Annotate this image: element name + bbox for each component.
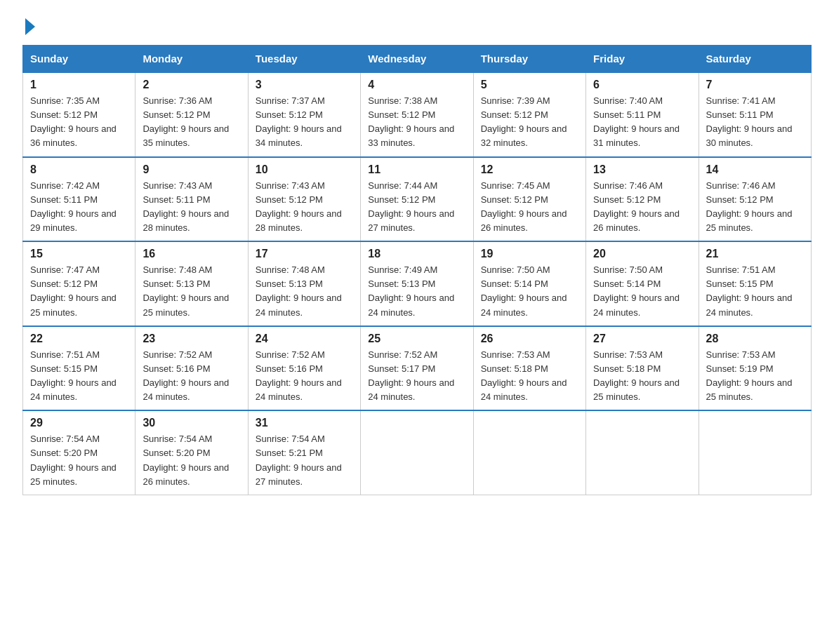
calendar-day-cell: 27Sunrise: 7:53 AMSunset: 5:18 PMDayligh…: [586, 326, 699, 411]
day-info: Sunrise: 7:36 AMSunset: 5:12 PMDaylight:…: [143, 94, 240, 151]
weekday-header-sunday: Sunday: [23, 46, 135, 73]
calendar-day-cell: 19Sunrise: 7:50 AMSunset: 5:14 PMDayligh…: [473, 241, 585, 326]
day-number: 22: [30, 333, 128, 345]
day-number: 26: [481, 333, 578, 345]
day-number: 1: [30, 79, 128, 91]
calendar-day-cell: 18Sunrise: 7:49 AMSunset: 5:13 PMDayligh…: [361, 241, 473, 326]
day-info: Sunrise: 7:53 AMSunset: 5:19 PMDaylight:…: [706, 348, 804, 405]
calendar-day-cell: 5Sunrise: 7:39 AMSunset: 5:12 PMDaylight…: [473, 72, 585, 157]
day-number: 5: [481, 79, 578, 91]
day-info: Sunrise: 7:51 AMSunset: 5:15 PMDaylight:…: [30, 348, 128, 405]
calendar-day-cell: [699, 410, 811, 495]
day-number: 6: [593, 79, 691, 91]
calendar-day-cell: 21Sunrise: 7:51 AMSunset: 5:15 PMDayligh…: [699, 241, 811, 326]
weekday-header-tuesday: Tuesday: [248, 46, 360, 73]
day-info: Sunrise: 7:54 AMSunset: 5:21 PMDaylight:…: [256, 432, 353, 489]
calendar-day-cell: 7Sunrise: 7:41 AMSunset: 5:11 PMDaylight…: [699, 72, 811, 157]
calendar-day-cell: 22Sunrise: 7:51 AMSunset: 5:15 PMDayligh…: [23, 326, 135, 411]
day-info: Sunrise: 7:49 AMSunset: 5:13 PMDaylight:…: [368, 263, 465, 320]
day-number: 23: [143, 333, 240, 345]
weekday-header-wednesday: Wednesday: [361, 46, 473, 73]
day-number: 10: [256, 163, 353, 176]
day-number: 29: [30, 417, 128, 429]
day-number: 28: [706, 333, 804, 345]
day-number: 3: [256, 79, 353, 91]
calendar-day-cell: 30Sunrise: 7:54 AMSunset: 5:20 PMDayligh…: [135, 410, 248, 495]
calendar-week-row: 29Sunrise: 7:54 AMSunset: 5:20 PMDayligh…: [23, 410, 812, 495]
calendar-day-cell: [586, 410, 699, 495]
day-number: 9: [143, 163, 240, 176]
day-number: 15: [30, 248, 128, 260]
calendar-day-cell: 15Sunrise: 7:47 AMSunset: 5:12 PMDayligh…: [23, 241, 135, 326]
calendar-day-cell: [361, 410, 473, 495]
calendar-day-cell: 26Sunrise: 7:53 AMSunset: 5:18 PMDayligh…: [473, 326, 585, 411]
day-number: 30: [143, 417, 240, 429]
calendar-day-cell: 23Sunrise: 7:52 AMSunset: 5:16 PMDayligh…: [135, 326, 248, 411]
calendar-day-cell: 4Sunrise: 7:38 AMSunset: 5:12 PMDaylight…: [361, 72, 473, 157]
calendar-day-cell: 9Sunrise: 7:43 AMSunset: 5:11 PMDaylight…: [135, 157, 248, 242]
day-info: Sunrise: 7:35 AMSunset: 5:12 PMDaylight:…: [30, 94, 128, 151]
weekday-header-saturday: Saturday: [699, 46, 811, 73]
day-info: Sunrise: 7:52 AMSunset: 5:16 PMDaylight:…: [256, 348, 353, 405]
calendar-day-cell: 10Sunrise: 7:43 AMSunset: 5:12 PMDayligh…: [248, 157, 360, 242]
day-info: Sunrise: 7:45 AMSunset: 5:12 PMDaylight:…: [481, 179, 578, 236]
day-info: Sunrise: 7:39 AMSunset: 5:12 PMDaylight:…: [481, 94, 578, 151]
calendar-day-cell: 8Sunrise: 7:42 AMSunset: 5:11 PMDaylight…: [23, 157, 135, 242]
calendar-day-cell: [473, 410, 585, 495]
calendar-day-cell: 25Sunrise: 7:52 AMSunset: 5:17 PMDayligh…: [361, 326, 473, 411]
day-info: Sunrise: 7:41 AMSunset: 5:11 PMDaylight:…: [706, 94, 804, 151]
day-number: 11: [368, 163, 465, 176]
weekday-header-thursday: Thursday: [473, 46, 585, 73]
day-number: 17: [256, 248, 353, 260]
day-number: 19: [481, 248, 578, 260]
day-info: Sunrise: 7:48 AMSunset: 5:13 PMDaylight:…: [143, 263, 240, 320]
day-info: Sunrise: 7:44 AMSunset: 5:12 PMDaylight:…: [368, 179, 465, 236]
calendar-day-cell: 6Sunrise: 7:40 AMSunset: 5:11 PMDaylight…: [586, 72, 699, 157]
calendar-day-cell: 28Sunrise: 7:53 AMSunset: 5:19 PMDayligh…: [699, 326, 811, 411]
day-info: Sunrise: 7:53 AMSunset: 5:18 PMDaylight:…: [481, 348, 578, 405]
calendar-day-cell: 12Sunrise: 7:45 AMSunset: 5:12 PMDayligh…: [473, 157, 585, 242]
calendar-week-row: 8Sunrise: 7:42 AMSunset: 5:11 PMDaylight…: [23, 157, 812, 242]
day-number: 21: [706, 248, 804, 260]
calendar-day-cell: 13Sunrise: 7:46 AMSunset: 5:12 PMDayligh…: [586, 157, 699, 242]
day-number: 2: [143, 79, 240, 91]
day-info: Sunrise: 7:52 AMSunset: 5:17 PMDaylight:…: [368, 348, 465, 405]
day-info: Sunrise: 7:46 AMSunset: 5:12 PMDaylight:…: [593, 179, 691, 236]
day-number: 27: [593, 333, 691, 345]
day-number: 18: [368, 248, 465, 260]
day-number: 13: [593, 163, 691, 176]
calendar-day-cell: 14Sunrise: 7:46 AMSunset: 5:12 PMDayligh…: [699, 157, 811, 242]
calendar-table: SundayMondayTuesdayWednesdayThursdayFrid…: [22, 45, 812, 495]
logo: [22, 17, 35, 32]
day-info: Sunrise: 7:50 AMSunset: 5:14 PMDaylight:…: [481, 263, 578, 320]
day-number: 4: [368, 79, 465, 91]
day-info: Sunrise: 7:53 AMSunset: 5:18 PMDaylight:…: [593, 348, 691, 405]
day-info: Sunrise: 7:43 AMSunset: 5:12 PMDaylight:…: [256, 179, 353, 236]
day-info: Sunrise: 7:43 AMSunset: 5:11 PMDaylight:…: [143, 179, 240, 236]
weekday-header-row: SundayMondayTuesdayWednesdayThursdayFrid…: [23, 46, 812, 73]
calendar-day-cell: 24Sunrise: 7:52 AMSunset: 5:16 PMDayligh…: [248, 326, 360, 411]
day-info: Sunrise: 7:54 AMSunset: 5:20 PMDaylight:…: [143, 432, 240, 489]
day-info: Sunrise: 7:40 AMSunset: 5:11 PMDaylight:…: [593, 94, 691, 151]
calendar-day-cell: 2Sunrise: 7:36 AMSunset: 5:12 PMDaylight…: [135, 72, 248, 157]
day-info: Sunrise: 7:51 AMSunset: 5:15 PMDaylight:…: [706, 263, 804, 320]
day-info: Sunrise: 7:46 AMSunset: 5:12 PMDaylight:…: [706, 179, 804, 236]
page-header: [22, 17, 812, 32]
calendar-day-cell: 29Sunrise: 7:54 AMSunset: 5:20 PMDayligh…: [23, 410, 135, 495]
calendar-day-cell: 16Sunrise: 7:48 AMSunset: 5:13 PMDayligh…: [135, 241, 248, 326]
day-info: Sunrise: 7:52 AMSunset: 5:16 PMDaylight:…: [143, 348, 240, 405]
weekday-header-friday: Friday: [586, 46, 699, 73]
day-number: 16: [143, 248, 240, 260]
day-number: 12: [481, 163, 578, 176]
logo-arrow-icon: [25, 18, 35, 35]
day-number: 20: [593, 248, 691, 260]
day-number: 31: [256, 417, 353, 429]
day-info: Sunrise: 7:42 AMSunset: 5:11 PMDaylight:…: [30, 179, 128, 236]
day-info: Sunrise: 7:54 AMSunset: 5:20 PMDaylight:…: [30, 432, 128, 489]
calendar-day-cell: 17Sunrise: 7:48 AMSunset: 5:13 PMDayligh…: [248, 241, 360, 326]
calendar-day-cell: 11Sunrise: 7:44 AMSunset: 5:12 PMDayligh…: [361, 157, 473, 242]
day-info: Sunrise: 7:47 AMSunset: 5:12 PMDaylight:…: [30, 263, 128, 320]
calendar-week-row: 1Sunrise: 7:35 AMSunset: 5:12 PMDaylight…: [23, 72, 812, 157]
day-info: Sunrise: 7:37 AMSunset: 5:12 PMDaylight:…: [256, 94, 353, 151]
calendar-day-cell: 20Sunrise: 7:50 AMSunset: 5:14 PMDayligh…: [586, 241, 699, 326]
